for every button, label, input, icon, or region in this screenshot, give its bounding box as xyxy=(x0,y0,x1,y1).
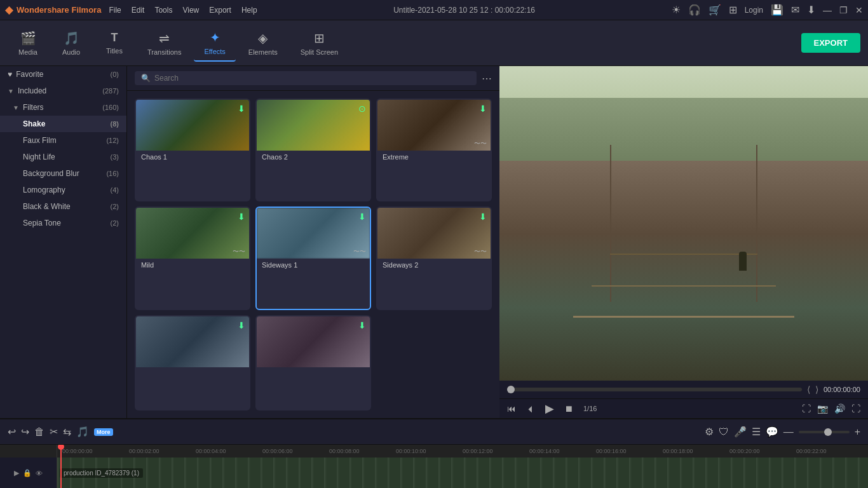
effect-thumb-mild: ⬇ 〜〜 xyxy=(136,208,249,259)
settings-tl-icon[interactable]: ⚙ xyxy=(705,426,714,438)
menu-export[interactable]: Export xyxy=(209,6,231,15)
cut-button[interactable]: ✂ xyxy=(50,426,58,438)
mic-icon[interactable]: 🎤 xyxy=(734,426,747,438)
zoom-in-icon[interactable]: + xyxy=(855,426,860,438)
video-track-fill: production ID_4782379 (1) xyxy=(57,458,868,488)
menu-edit[interactable]: Edit xyxy=(132,6,145,15)
effect-name-unknown2 xyxy=(257,367,370,372)
export-button[interactable]: EXPORT xyxy=(801,33,860,53)
grid-view-icon[interactable]: ⋯ xyxy=(482,72,492,85)
effect-card-chaos2[interactable]: ⊙ Chaos 2 xyxy=(255,98,371,201)
ruler-6: 00:00:12:00 xyxy=(463,448,529,454)
mail-icon[interactable]: ✉ xyxy=(791,4,799,16)
audio-button[interactable]: 🎵 xyxy=(76,426,89,438)
cart-icon[interactable]: 🛒 xyxy=(709,4,721,16)
search-input[interactable] xyxy=(154,74,470,83)
zoom-slider[interactable] xyxy=(799,431,850,433)
delete-button[interactable]: 🗑 xyxy=(34,426,44,438)
panel-included[interactable]: ▼ Included (287) xyxy=(0,83,126,99)
headphone-icon[interactable]: 🎧 xyxy=(688,4,701,16)
toolbar-titles[interactable]: T Titles xyxy=(94,26,135,60)
stop-button[interactable]: ⏹ xyxy=(564,403,573,414)
search-box[interactable]: 🔍 xyxy=(135,71,477,85)
effect-card-sideways2[interactable]: ⬇ 〜〜 Sideways 2 xyxy=(376,207,492,309)
time-display: 00:00:00:00 xyxy=(824,386,860,393)
progress-bar[interactable] xyxy=(507,388,802,391)
titles-icon: T xyxy=(111,31,118,44)
effects-toolbar: 🔍 ⋯ xyxy=(127,66,499,91)
save-icon[interactable]: 💾 xyxy=(771,4,783,16)
redo-button[interactable]: ↪ xyxy=(21,426,29,438)
toolbar-audio-label: Audio xyxy=(62,48,80,56)
toolbar-media-label: Media xyxy=(18,48,37,56)
volume-button[interactable]: 🔊 xyxy=(834,403,845,414)
toolbar-effects[interactable]: ✦ Effects xyxy=(194,25,235,62)
sun-icon[interactable]: ☀ xyxy=(672,4,681,16)
screenshot-button[interactable]: 📷 xyxy=(817,403,828,414)
lock-icon[interactable]: 🔒 xyxy=(23,469,32,477)
ruler-8: 00:00:16:00 xyxy=(596,448,663,454)
panel-shake[interactable]: Shake (8) xyxy=(0,116,126,132)
gift-icon[interactable]: ⊞ xyxy=(729,4,737,16)
search-icon: 🔍 xyxy=(141,74,151,83)
menu-bar: File Edit Tools View Export Help xyxy=(109,6,257,15)
zoom-out-icon[interactable]: — xyxy=(783,426,794,438)
effect-card-extreme[interactable]: ⬇ 〜〜 Extreme xyxy=(376,98,492,201)
fullscreen-button[interactable]: ⛶ xyxy=(802,403,811,414)
settings-button[interactable]: ⛶ xyxy=(851,403,860,414)
toolbar-elements[interactable]: ◈ Elements xyxy=(238,25,288,61)
media-icon: 🎬 xyxy=(20,30,36,46)
titlebar-right: ☀ 🎧 🛒 ⊞ Login 💾 ✉ ⬇ — ❐ ✕ xyxy=(672,4,863,16)
panel-night-life[interactable]: Night Life (3) xyxy=(0,149,126,165)
login-button[interactable]: Login xyxy=(745,6,763,15)
effect-card-sideways1[interactable]: ⬇ 〜〜 Sideways 1 xyxy=(255,207,371,309)
effect-thumb-unknown2: ⬇ xyxy=(257,316,370,367)
panel-lomography[interactable]: Lomography (4) xyxy=(0,182,126,198)
toolbar-splitscreen[interactable]: ⊞ Split Screen xyxy=(290,25,348,61)
layers-icon[interactable]: ☰ xyxy=(752,426,761,438)
panel-black-white[interactable]: Black & White (2) xyxy=(0,198,126,215)
panel-night-life-label: Night Life xyxy=(23,152,55,161)
download-effect-icon4: ⬇ xyxy=(358,212,366,222)
adjust-button[interactable]: ⇆ xyxy=(63,426,71,438)
subtitle-icon[interactable]: 💬 xyxy=(766,426,778,438)
preview-panel: ⟨ ⟩ 00:00:00:00 ⏮ ⏴ ▶ ⏹ 1/16 ⛶ 📷 🔊 ⛶ xyxy=(499,66,868,418)
menu-tools[interactable]: Tools xyxy=(154,6,172,15)
close-button[interactable]: ✕ xyxy=(855,5,863,15)
download-icon[interactable]: ⬇ xyxy=(807,4,815,16)
menu-help[interactable]: Help xyxy=(241,6,257,15)
effect-card-unknown1[interactable]: ⬇ xyxy=(135,315,250,410)
panel-faux-film[interactable]: Faux Film (12) xyxy=(0,132,126,149)
effect-thumb-chaos1: ⬇ xyxy=(136,100,249,151)
toolbar-audio[interactable]: 🎵 Audio xyxy=(51,25,92,61)
panel-background-blur[interactable]: Background Blur (16) xyxy=(0,165,126,182)
panel-sepia-tone[interactable]: Sepia Tone (2) xyxy=(0,215,126,231)
effect-thumb-inner xyxy=(136,316,249,367)
effect-thumb-chaos2: ⊙ xyxy=(257,100,370,151)
effect-card-mild[interactable]: ⬇ 〜〜 Mild xyxy=(135,207,250,309)
shield-icon[interactable]: 🛡 xyxy=(719,426,729,438)
window-controls: — ❐ ✕ xyxy=(823,5,863,15)
effect-card-unknown2[interactable]: ⬇ xyxy=(255,315,371,410)
wave-icon2: 〜〜 xyxy=(233,247,245,256)
menu-file[interactable]: File xyxy=(109,6,121,15)
ruler-10: 00:00:20:00 xyxy=(729,448,796,454)
main-area: ♥ Favorite (0) ▼ Included (287) ▼ Filter… xyxy=(0,66,868,418)
effects-icon: ✦ xyxy=(210,30,220,45)
undo-button[interactable]: ↩ xyxy=(8,426,16,438)
toolbar-transitions[interactable]: ⇌ Transitions xyxy=(137,25,191,61)
minimize-button[interactable]: — xyxy=(823,5,832,15)
prev-frame-button[interactable]: ⏴ xyxy=(526,403,535,414)
plank2 xyxy=(592,285,776,287)
panel-favorite[interactable]: ♥ Favorite (0) xyxy=(0,66,126,83)
download-effect-icon5: ⬇ xyxy=(479,212,487,222)
effect-card-chaos1[interactable]: ⬇ Chaos 1 xyxy=(135,98,250,201)
menu-view[interactable]: View xyxy=(182,6,199,15)
panel-shake-count: (8) xyxy=(111,120,119,128)
play-button[interactable]: ▶ xyxy=(545,402,554,416)
maximize-button[interactable]: ❐ xyxy=(839,5,848,15)
panel-filters[interactable]: ▼ Filters (160) xyxy=(0,99,126,116)
eye-icon[interactable]: 👁 xyxy=(36,470,43,477)
toolbar-media[interactable]: 🎬 Media xyxy=(8,25,48,61)
step-back-button[interactable]: ⏮ xyxy=(507,403,516,414)
